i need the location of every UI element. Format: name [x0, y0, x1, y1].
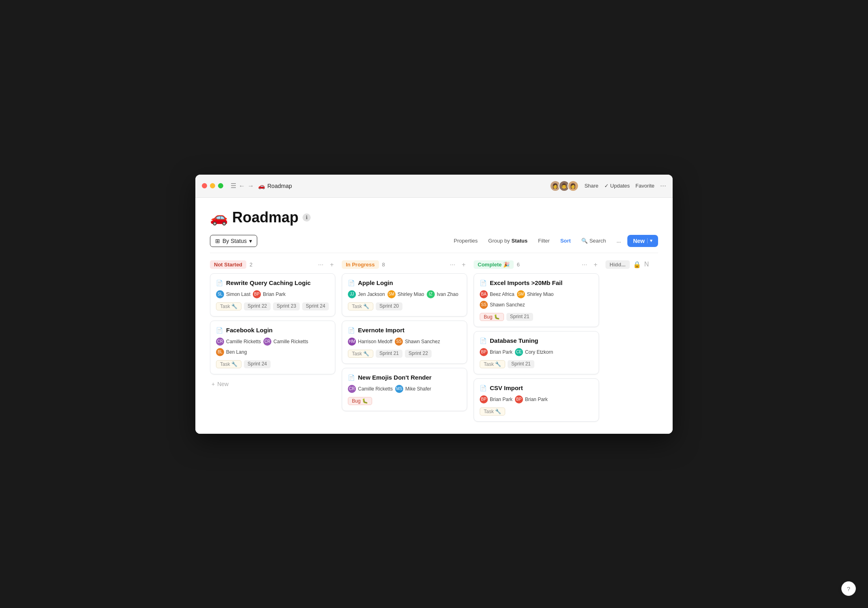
share-button[interactable]: Share: [584, 183, 599, 189]
column-header-in-progress: In Progress 8 ··· +: [342, 260, 467, 269]
assignee-name: Brian Park: [263, 291, 286, 297]
tag-sprint: Sprint 23: [273, 302, 300, 310]
column-in-progress: In Progress 8 ··· + 📄Apple LoginJJJen Ja…: [342, 260, 467, 415]
filter-button[interactable]: Filter: [534, 235, 554, 246]
assignee-name: Shawn Sanchez: [490, 302, 525, 308]
column-header-not-started: Not Started 2 ··· +: [210, 260, 335, 269]
plus-icon: +: [212, 381, 215, 387]
avatar-xs: BP: [480, 348, 488, 356]
back-button[interactable]: ←: [239, 182, 245, 190]
assignee: BPBrian Park: [480, 348, 512, 356]
assignee: CECory Etzkorn: [515, 348, 553, 356]
task-card[interactable]: 📄Apple LoginJJJen JacksonSMShirley MiaoI…: [342, 273, 467, 317]
column-more-button-in-progress[interactable]: ···: [448, 260, 457, 269]
avatar-xs: BP: [515, 395, 523, 403]
document-icon: 📄: [348, 327, 355, 334]
assignee: IZIvan Zhao: [427, 290, 458, 298]
column-not-started: Not Started 2 ··· + 📄Rewrite Query Cachi…: [210, 260, 335, 390]
task-card[interactable]: 📄New Emojis Don't RenderCRCamille Ricket…: [342, 368, 467, 411]
properties-button[interactable]: Properties: [450, 235, 482, 246]
avatar-xs: BL: [216, 348, 224, 356]
new-item-button[interactable]: New ▾: [627, 235, 658, 247]
minimize-button[interactable]: [210, 183, 215, 188]
sort-button[interactable]: Sort: [556, 235, 575, 246]
collaborators-avatars: 👩 👨 👩: [550, 180, 579, 192]
avatar-xs: BP: [253, 290, 261, 298]
card-title: 📄CSV Import: [480, 384, 593, 391]
hidden-badge: Hidd...: [605, 260, 630, 269]
avatar-xs: SS: [395, 338, 403, 346]
tag-task: Task 🔧: [480, 407, 505, 416]
tag-sprint: Sprint 22: [405, 350, 432, 358]
task-card[interactable]: 📄Rewrite Query Caching LogicSLSimon Last…: [210, 273, 335, 317]
column-add-button-complete[interactable]: +: [592, 260, 599, 269]
tags-list: Task 🔧: [480, 407, 593, 416]
assignee-name: Beez Africa: [490, 291, 514, 297]
tag-sprint: Sprint 24: [244, 360, 271, 368]
assignee-name: Harrison Medoff: [358, 339, 392, 344]
avatar-xs: SM: [387, 290, 396, 298]
task-card[interactable]: 📄Database TuningBPBrian ParkCECory Etzko…: [474, 331, 599, 374]
assignee-name: Jen Jackson: [358, 291, 385, 297]
avatar-xs: CR: [348, 385, 356, 393]
forward-button[interactable]: →: [248, 182, 254, 190]
task-card[interactable]: 📄Evernote ImportHMHarrison MedoffSSShawn…: [342, 321, 467, 364]
assignee: CRCamille Ricketts: [263, 338, 308, 346]
assignee-name: Shirley Miao: [527, 291, 554, 297]
column-more-button-not-started[interactable]: ···: [316, 260, 325, 269]
status-badge-in-progress: In Progress: [342, 260, 379, 269]
assignee: SSShawn Sanchez: [395, 338, 440, 346]
updates-button[interactable]: ✓ Updates: [604, 183, 630, 189]
column-add-button-in-progress[interactable]: +: [460, 260, 467, 269]
tags-list: Bug 🐛: [348, 397, 461, 405]
assignee-name: Mike Shafer: [405, 386, 431, 392]
avatar-xs: SL: [216, 290, 224, 298]
more-menu-button[interactable]: ···: [660, 182, 666, 190]
assignee-name: Ivan Zhao: [437, 291, 458, 297]
tag-sprint: Sprint 20: [376, 302, 402, 310]
assignee: BPBrian Park: [515, 395, 548, 403]
assignees-list: CRCamille RickettsMSMike Shafer: [348, 385, 461, 393]
add-card-button-not-started[interactable]: +New: [210, 378, 335, 390]
assignees-list: CRCamille RickettsCRCamille RickettsBLBe…: [216, 338, 329, 356]
tag-bug: Bug 🐛: [348, 397, 372, 405]
help-button[interactable]: ?: [841, 581, 856, 596]
hidden-col-new[interactable]: N: [644, 261, 649, 268]
column-count-complete: 6: [517, 262, 520, 268]
hidden-column: Hidd... 🔒 N: [605, 260, 649, 269]
assignee-name: Brian Park: [525, 397, 548, 402]
maximize-button[interactable]: [218, 183, 223, 188]
new-button-arrow[interactable]: ▾: [647, 238, 652, 243]
assignee: BABeez Africa: [480, 290, 514, 298]
titlebar-title: 🚗 Roadmap: [258, 183, 292, 189]
menu-icon[interactable]: ☰: [231, 182, 236, 190]
column-count-not-started: 2: [250, 262, 252, 268]
group-by-button[interactable]: Group by Status: [484, 235, 531, 246]
assignee-name: Brian Park: [490, 349, 512, 355]
assignee-name: Shawn Sanchez: [405, 339, 440, 344]
search-button[interactable]: 🔍 Search: [577, 235, 610, 246]
assignee: SSShawn Sanchez: [480, 301, 525, 309]
task-card[interactable]: 📄Facebook LoginCRCamille RickettsCRCamil…: [210, 321, 335, 374]
search-icon: 🔍: [581, 238, 588, 244]
close-button[interactable]: [202, 183, 207, 188]
task-card[interactable]: 📄CSV ImportBPBrian ParkBPBrian ParkTask …: [474, 378, 599, 422]
info-icon[interactable]: ℹ: [303, 213, 311, 222]
favorite-button[interactable]: Favorite: [635, 183, 654, 189]
column-complete: Complete 🎉 6 ··· + 📄Excel Imports >20Mb …: [474, 260, 599, 426]
assignee: JJJen Jackson: [348, 290, 385, 298]
view-selector-button[interactable]: ⊞ By Status ▾: [210, 235, 257, 247]
titlebar-right: 👩 👨 👩 Share ✓ Updates Favorite ···: [550, 180, 666, 192]
card-title: 📄Excel Imports >20Mb Fail: [480, 279, 593, 286]
assignee: SMShirley Miao: [387, 290, 424, 298]
document-icon: 📄: [216, 327, 223, 334]
view-icon: ⊞: [215, 238, 220, 244]
view-label: By Status: [222, 238, 247, 244]
kanban-board: Not Started 2 ··· + 📄Rewrite Query Cachi…: [210, 260, 658, 426]
tag-task: Task 🔧: [348, 350, 373, 358]
column-more-button-complete[interactable]: ···: [580, 260, 589, 269]
column-add-button-not-started[interactable]: +: [328, 260, 335, 269]
more-options-button[interactable]: ...: [612, 235, 625, 246]
task-card[interactable]: 📄Excel Imports >20Mb FailBABeez AfricaSM…: [474, 273, 599, 327]
assignees-list: BPBrian ParkBPBrian Park: [480, 395, 593, 403]
